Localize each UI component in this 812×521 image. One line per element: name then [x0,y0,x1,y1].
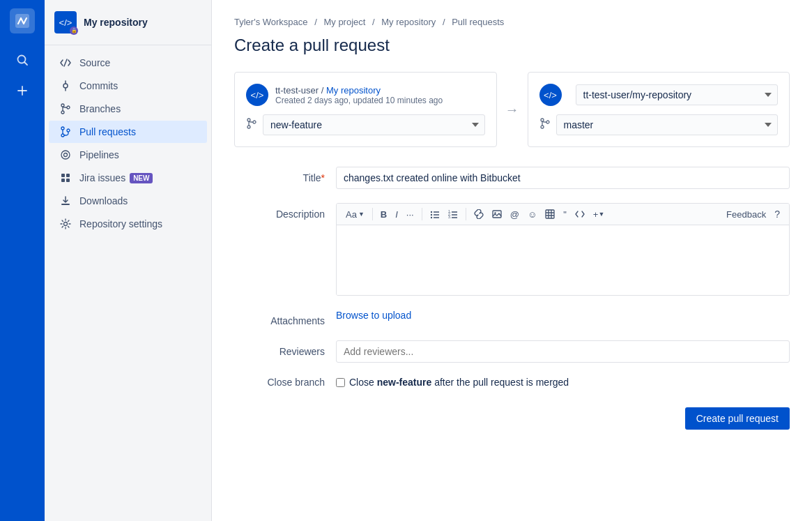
search-icon[interactable] [10,47,35,73]
app-logo[interactable] [10,8,35,33]
source-repo-name: tt-test-user / My repository [275,85,443,96]
sidebar-item-pull-requests[interactable]: Pull requests [49,121,207,143]
sidebar-item-repo-settings[interactable]: Repository settings [49,213,207,235]
plus-icon[interactable] [10,78,35,103]
browse-to-upload-link[interactable]: Browse to upload [336,310,411,321]
sidebar-item-label-pull-requests: Pull requests [79,126,136,137]
sidebar-nav: Source Commits [45,45,211,241]
svg-point-46 [494,212,496,213]
source-panel-header: </> tt-test-user / My repository Created… [246,84,485,106]
svg-point-33 [430,211,431,213]
jira-new-badge: NEW [130,173,153,183]
source-repo-date: Created 2 days ago, updated 10 minutes a… [275,96,443,105]
toolbar-divider-2 [422,208,422,220]
breadcrumb: Tyler's Workspace / My project / My repo… [234,17,790,27]
toolbar-ordered-list-btn[interactable]: 1. 2. 3. [445,207,461,221]
breadcrumb-project[interactable]: My project [323,17,365,27]
sidebar-item-commits[interactable]: Commits [49,75,207,97]
breadcrumb-workspace[interactable]: Tyler's Workspace [234,17,308,27]
sidebar-item-downloads[interactable]: Downloads [49,190,207,212]
dest-repo-select[interactable]: tt-test-user/my-repository [576,84,779,105]
lock-badge: 🔒 [70,27,78,35]
svg-point-31 [546,121,549,123]
dest-branch-select[interactable]: master develop new-feature [556,114,779,135]
toolbar-link-btn[interactable] [470,207,487,221]
dest-branch-icon [539,118,551,132]
source-branch-selector-row: new-feature master develop [246,114,485,135]
description-editor-body[interactable] [337,225,789,295]
description-row: Description Aa ▼ B I ··· [234,203,790,296]
svg-point-14 [61,134,64,137]
breadcrumb-pull-requests[interactable]: Pull requests [452,17,504,27]
toolbar-more-btn[interactable]: ··· [403,207,418,222]
title-label: Title* [234,167,325,183]
toolbar-feedback-btn[interactable]: Feedback [723,207,769,222]
svg-line-5 [64,59,67,66]
svg-rect-47 [546,210,554,218]
source-repo-link[interactable]: My repository [326,85,381,96]
pipelines-icon [59,149,72,160]
svg-line-2 [25,63,28,66]
svg-rect-19 [61,174,65,177]
form-actions: Create pull request [234,402,790,430]
svg-point-11 [67,106,70,109]
toolbar-image-btn[interactable] [489,207,505,221]
close-branch-content: Close new-feature after the pull request… [336,377,569,388]
global-sidebar [0,0,45,521]
main-content: Tyler's Workspace / My project / My repo… [212,0,812,521]
source-branch-icon [246,118,257,132]
breadcrumb-repo[interactable]: My repository [381,17,436,27]
sidebar-item-branches[interactable]: Branches [49,98,207,120]
toolbar-insert-btn[interactable]: + ▼ [590,207,608,222]
sidebar-item-label-pipelines: Pipelines [79,149,119,160]
dest-branch-selector-row: master develop new-feature [539,114,779,135]
source-branch-select[interactable]: new-feature master develop [263,114,485,135]
toolbar-help-btn[interactable]: ? [771,206,783,222]
repo-header: </> 🔒 My repository [45,0,211,45]
svg-point-17 [61,151,70,159]
create-pull-request-button[interactable]: Create pull request [685,407,790,430]
toolbar-divider-1 [372,208,373,220]
reviewers-input[interactable] [336,340,790,363]
sidebar-item-label-commits: Commits [79,80,118,91]
code-icon [575,209,585,219]
attachments-label: Attachments [234,310,325,326]
merge-direction-arrow: → [505,102,519,118]
close-branch-checkbox[interactable] [336,378,345,387]
svg-point-18 [64,153,68,157]
svg-point-10 [61,111,64,114]
unordered-list-icon [430,209,440,219]
pr-branch-selection: </> tt-test-user / My repository Created… [234,72,790,147]
sidebar-item-label-repo-settings: Repository settings [79,218,162,229]
reviewers-label: Reviewers [234,340,325,357]
sidebar-item-source[interactable]: Source [49,52,207,74]
dest-branch-panel: </> tt-test-user/my-repository mas [528,72,790,147]
close-branch-label: Close branch [234,377,325,388]
sidebar-item-pipelines[interactable]: Pipelines [49,144,207,166]
description-editor-wrapper: Aa ▼ B I ··· [336,203,790,296]
toolbar-quote-btn[interactable]: " [560,207,570,222]
repo-icon: </> 🔒 [54,11,77,33]
toolbar-emoji-btn[interactable]: ☺ [524,207,540,222]
svg-point-25 [247,119,250,121]
svg-rect-20 [66,174,70,177]
toolbar-unordered-list-btn[interactable] [427,207,443,221]
source-icon [59,57,72,68]
repo-title: My repository [84,17,148,28]
sidebar-item-label-downloads: Downloads [79,195,128,206]
toolbar-table-btn[interactable] [542,207,558,221]
toolbar-italic-btn[interactable]: I [392,207,401,222]
svg-point-1 [18,56,26,63]
toolbar-mention-btn[interactable]: @ [507,207,523,222]
toolbar-code-btn[interactable] [572,207,588,221]
title-row: Title* [234,167,790,189]
table-icon [545,209,555,219]
toolbar-bold-btn[interactable]: B [377,207,390,222]
sidebar-item-jira-issues[interactable]: Jira issues NEW [49,167,207,189]
close-branch-name: new-feature [377,377,432,388]
toolbar-format-btn[interactable]: Aa ▼ [342,207,368,222]
title-input[interactable] [336,167,790,189]
source-repo-logo: </> [246,84,268,106]
sidebar-item-label-jira-issues: Jira issues [79,172,125,183]
svg-rect-22 [66,179,70,182]
